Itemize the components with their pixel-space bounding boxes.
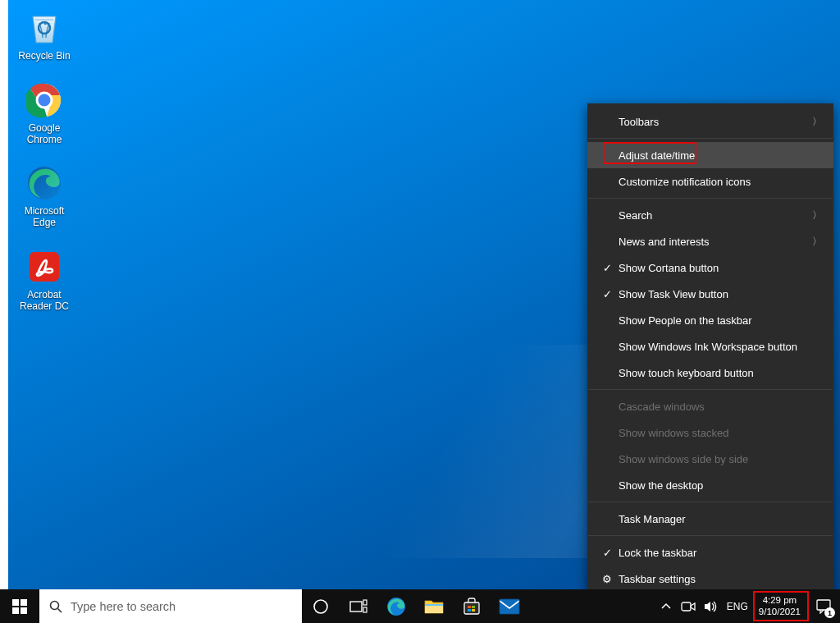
tray-language-indicator[interactable]: ENG bbox=[723, 589, 752, 623]
svg-rect-8 bbox=[12, 607, 19, 614]
acrobat-reader-icon bbox=[25, 247, 64, 286]
menu-item-toolbars[interactable]: Toolbars 〉 bbox=[587, 108, 833, 135]
svg-rect-26 bbox=[682, 602, 691, 611]
desktop-icon-label: Acrobat Reader DC bbox=[11, 290, 77, 313]
background-window-edge bbox=[0, 0, 8, 589]
language-label: ENG bbox=[727, 601, 748, 612]
menu-item-customize-notification-icons[interactable]: Customize notification icons bbox=[587, 168, 833, 195]
desktop-icons-area: Recycle Bin Google Chrome bbox=[11, 8, 77, 331]
google-chrome-icon bbox=[25, 80, 64, 120]
task-view-button[interactable] bbox=[340, 589, 377, 623]
taskbar-spacer bbox=[528, 589, 655, 623]
menu-item-taskbar-settings[interactable]: ⚙ Taskbar settings bbox=[587, 566, 833, 592]
svg-rect-5 bbox=[30, 252, 59, 282]
svg-rect-13 bbox=[350, 602, 362, 612]
menu-item-show-windows-side-by-side: Show windows side by side bbox=[587, 446, 833, 472]
search-placeholder-text: Type here to search bbox=[71, 600, 176, 613]
checkmark-icon: ✓ bbox=[599, 547, 615, 559]
desktop-icon-recycle-bin[interactable]: Recycle Bin bbox=[11, 8, 77, 62]
svg-rect-14 bbox=[363, 600, 367, 605]
menu-item-show-people-on-taskbar[interactable]: Show People on the taskbar bbox=[587, 307, 833, 333]
start-button[interactable] bbox=[0, 589, 39, 623]
clock-time: 4:29 pm bbox=[763, 595, 797, 606]
menu-item-label: Show windows side by side bbox=[619, 453, 822, 465]
tray-volume[interactable] bbox=[700, 589, 723, 623]
taskbar-pinned-apps bbox=[302, 589, 528, 623]
checkmark-icon: ✓ bbox=[599, 262, 615, 274]
menu-item-label: Lock the taskbar bbox=[619, 547, 822, 559]
taskbar: Type here to search bbox=[0, 589, 840, 623]
menu-item-label: Adjust date/time bbox=[619, 149, 822, 162]
menu-item-lock-the-taskbar[interactable]: ✓ Lock the taskbar bbox=[587, 539, 833, 566]
menu-item-show-windows-ink-workspace[interactable]: Show Windows Ink Workspace button bbox=[587, 333, 833, 360]
menu-item-search[interactable]: Search 〉 bbox=[587, 202, 833, 228]
svg-line-11 bbox=[58, 608, 62, 612]
checkmark-icon: ✓ bbox=[599, 288, 615, 300]
desktop-icon-acrobat-reader[interactable]: Acrobat Reader DC bbox=[11, 247, 77, 313]
meet-now-icon bbox=[681, 601, 696, 612]
system-tray: ENG 4:29 pm 9/10/2021 1 bbox=[655, 589, 840, 623]
menu-item-label: News and interests bbox=[619, 236, 812, 248]
menu-item-label: Show windows stacked bbox=[619, 427, 822, 439]
menu-item-cascade-windows: Cascade windows bbox=[587, 393, 833, 419]
clock-date: 9/10/2021 bbox=[759, 607, 801, 617]
menu-item-label: Show Task View button bbox=[619, 288, 822, 300]
menu-item-adjust-date-time[interactable]: Adjust date/time bbox=[587, 142, 833, 168]
svg-rect-24 bbox=[500, 599, 519, 614]
windows-start-icon bbox=[12, 599, 27, 614]
taskbar-app-file-explorer[interactable] bbox=[415, 589, 453, 623]
microsoft-store-icon bbox=[463, 598, 481, 616]
desktop-icon-microsoft-edge[interactable]: Microsoft Edge bbox=[11, 163, 77, 229]
svg-rect-7 bbox=[21, 599, 27, 606]
taskbar-context-menu: Toolbars 〉 Adjust date/time Customize no… bbox=[587, 103, 833, 597]
file-explorer-icon bbox=[424, 598, 444, 615]
menu-item-show-cortana-button[interactable]: ✓ Show Cortana button bbox=[587, 254, 833, 281]
menu-item-label: Show Cortana button bbox=[619, 262, 822, 274]
chevron-right-icon: 〉 bbox=[812, 235, 822, 249]
chevron-right-icon: 〉 bbox=[812, 208, 822, 222]
svg-rect-23 bbox=[472, 609, 475, 612]
menu-item-show-task-view-button[interactable]: ✓ Show Task View button bbox=[587, 281, 833, 307]
tray-meet-now[interactable] bbox=[677, 589, 700, 623]
menu-item-news-and-interests[interactable]: News and interests 〉 bbox=[587, 228, 833, 254]
cortana-icon bbox=[313, 598, 329, 615]
tray-show-hidden-icons[interactable] bbox=[655, 589, 677, 623]
svg-point-12 bbox=[314, 600, 327, 613]
menu-item-show-touch-keyboard[interactable]: Show touch keyboard button bbox=[587, 360, 833, 386]
svg-rect-20 bbox=[468, 606, 471, 608]
desktop-icon-label: Google Chrome bbox=[11, 123, 77, 146]
svg-point-10 bbox=[51, 601, 59, 609]
svg-rect-18 bbox=[425, 604, 443, 606]
svg-rect-21 bbox=[472, 606, 475, 608]
menu-divider bbox=[588, 535, 833, 536]
menu-item-label: Task Manager bbox=[619, 513, 822, 525]
svg-rect-22 bbox=[468, 609, 471, 612]
menu-item-label: Toolbars bbox=[619, 116, 812, 128]
tray-action-center[interactable]: 1 bbox=[807, 589, 840, 623]
taskbar-search-box[interactable]: Type here to search bbox=[39, 589, 302, 623]
svg-rect-6 bbox=[12, 599, 19, 606]
tray-clock[interactable]: 4:29 pm 9/10/2021 bbox=[752, 595, 807, 616]
mail-icon bbox=[499, 598, 520, 615]
recycle-bin-icon bbox=[25, 8, 64, 48]
svg-rect-9 bbox=[21, 607, 27, 614]
desktop-icon-google-chrome[interactable]: Google Chrome bbox=[11, 80, 77, 146]
taskbar-app-edge[interactable] bbox=[377, 589, 415, 623]
taskbar-app-mail[interactable] bbox=[491, 589, 528, 623]
notification-count-badge: 1 bbox=[824, 607, 835, 618]
microsoft-edge-icon bbox=[386, 597, 406, 616]
menu-divider bbox=[588, 198, 833, 199]
microsoft-edge-icon bbox=[25, 163, 64, 203]
speaker-icon bbox=[704, 600, 719, 613]
menu-item-show-the-desktop[interactable]: Show the desktop bbox=[587, 472, 833, 498]
menu-item-label: Show Windows Ink Workspace button bbox=[619, 341, 822, 353]
menu-item-show-windows-stacked: Show windows stacked bbox=[587, 419, 833, 446]
chevron-right-icon: 〉 bbox=[812, 115, 822, 129]
menu-item-task-manager[interactable]: Task Manager bbox=[587, 506, 833, 532]
cortana-button[interactable] bbox=[302, 589, 340, 623]
desktop-icon-label: Microsoft Edge bbox=[11, 206, 77, 229]
menu-divider bbox=[588, 502, 833, 502]
taskbar-app-microsoft-store[interactable] bbox=[453, 589, 491, 623]
desktop-icon-label: Recycle Bin bbox=[18, 51, 70, 62]
task-view-icon bbox=[349, 599, 368, 614]
